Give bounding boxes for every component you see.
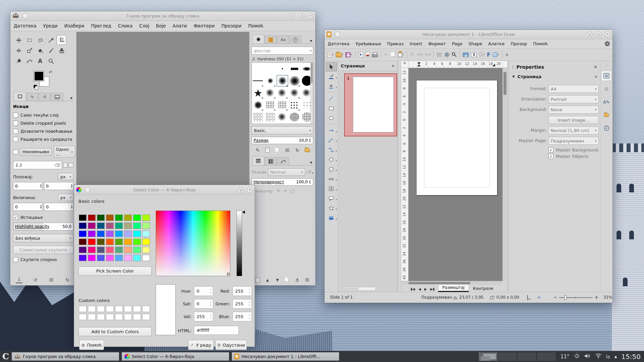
app-menu-icon[interactable]: C bbox=[0, 351, 11, 362]
layer-opacity-slider[interactable]: Непровидност 100,0▲▼ bbox=[252, 178, 313, 186]
brush-cell-splat[interactable] bbox=[276, 111, 288, 123]
image-icon[interactable] bbox=[462, 50, 469, 59]
draw-tool-curve-icon[interactable]: ▾ bbox=[326, 135, 337, 145]
draw-minimize-button[interactable]: ⋁ bbox=[587, 32, 592, 37]
brush-cell-line[interactable] bbox=[252, 75, 264, 87]
basic-color-swatch[interactable] bbox=[97, 239, 104, 245]
custom-color-swatch[interactable] bbox=[88, 314, 95, 320]
highlight-opacity-slider[interactable]: Highlight opacity 50,0 bbox=[13, 223, 73, 231]
basic-color-swatch[interactable] bbox=[133, 231, 141, 237]
brush-cell-cells[interactable] bbox=[264, 111, 276, 123]
gimp-menu-Прозори[interactable]: Прозори bbox=[218, 23, 245, 28]
draw-tool-rect-icon[interactable] bbox=[326, 104, 337, 113]
basic-color-swatch[interactable] bbox=[124, 223, 131, 229]
value-slider[interactable] bbox=[236, 210, 242, 276]
deck-handle-icon[interactable]: ⁞ bbox=[512, 64, 514, 70]
tab-tool-options[interactable] bbox=[14, 92, 26, 101]
duplicate-brush-icon[interactable] bbox=[274, 147, 281, 154]
draw-tool-linecolor-icon[interactable]: ▾ bbox=[326, 72, 337, 81]
brush-cell-star[interactable]: ★ bbox=[252, 87, 264, 99]
portrait-icon[interactable] bbox=[63, 163, 67, 168]
fixed-button[interactable]: Неизмењиво bbox=[20, 148, 52, 156]
master-page-combo[interactable]: Подразумеван▾ bbox=[548, 137, 599, 145]
basic-color-swatch[interactable] bbox=[106, 239, 113, 245]
basic-color-swatch[interactable] bbox=[143, 255, 150, 261]
brush-cell-empty[interactable] bbox=[252, 63, 264, 75]
draw-menu-Shape[interactable]: Shape bbox=[466, 41, 485, 46]
insert-image-button[interactable]: Insert Image... bbox=[548, 116, 599, 124]
checkbox-expand-from-center[interactable] bbox=[13, 137, 18, 142]
draw-menu-Помоћ[interactable]: Помоћ bbox=[530, 41, 551, 46]
size-y-spinbox[interactable]: 0▲▼ bbox=[44, 203, 73, 211]
hue-saturation-gradient[interactable] bbox=[156, 210, 230, 276]
color-dialog-menu-button[interactable] bbox=[85, 187, 91, 193]
guides-combo[interactable]: Без вођица▾ bbox=[13, 234, 73, 242]
custom-color-swatch[interactable] bbox=[79, 314, 86, 320]
taskbar-item-color-dialog[interactable]: Select Color — К-бирач-боја bbox=[121, 352, 229, 361]
tool-paintbrush-icon[interactable] bbox=[46, 46, 56, 55]
draw-tool-arrowline-icon[interactable]: ▾ bbox=[326, 126, 337, 135]
next-page-icon[interactable]: ▶ bbox=[424, 287, 427, 291]
workspace-2[interactable] bbox=[498, 352, 517, 361]
gimp-titlebar[interactable]: Гнуов програм за обраду слика ⋁ ⋀ ✕ bbox=[10, 11, 315, 21]
sidebar-tab-gallery[interactable] bbox=[601, 110, 611, 120]
gimp-close-button[interactable]: ✕ bbox=[308, 13, 313, 19]
restore-tool-preset-icon[interactable]: ↺ bbox=[32, 277, 39, 283]
open-brush-icon[interactable] bbox=[304, 147, 311, 154]
position-x-spinbox[interactable]: 0▲▼ bbox=[13, 182, 43, 190]
color-dialog-shade-button[interactable]: ⋁ bbox=[238, 187, 244, 193]
tool-smudge-icon[interactable] bbox=[14, 56, 23, 66]
tab-layout[interactable]: Размештај bbox=[438, 284, 469, 292]
background-combo[interactable]: None▾ bbox=[548, 106, 599, 114]
basic-color-swatch[interactable] bbox=[97, 231, 104, 237]
basic-color-swatch[interactable] bbox=[79, 223, 86, 229]
basic-color-swatch[interactable] bbox=[133, 223, 141, 229]
sidebar-tab-shapes[interactable]: ◇ bbox=[601, 84, 611, 94]
weather-sun-icon[interactable] bbox=[574, 353, 580, 360]
basic-color-swatch[interactable] bbox=[106, 215, 113, 221]
basic-color-swatch[interactable] bbox=[88, 215, 95, 221]
checkbox-master-objects[interactable]: ✓ bbox=[548, 154, 553, 159]
highlight-row[interactable]: ✓Истицање bbox=[13, 215, 73, 220]
draw-menu-Приказ[interactable]: Приказ bbox=[384, 41, 407, 46]
redo-icon[interactable]: ↻▾ bbox=[424, 50, 431, 59]
document-page[interactable] bbox=[416, 80, 497, 195]
red-spinbox[interactable]: 255∧∨ bbox=[232, 286, 252, 296]
swap-colors-icon[interactable]: ⇄ bbox=[49, 70, 52, 74]
brush-filter-input[interactable]: филтер▾ bbox=[252, 47, 313, 55]
checkbox-highlight[interactable]: ✓ bbox=[13, 215, 18, 220]
tab-brushes[interactable] bbox=[252, 35, 264, 44]
left-margin-marker[interactable] bbox=[417, 62, 421, 64]
anchor-layer-icon[interactable]: ⚓ bbox=[294, 277, 301, 283]
refresh-brushes-icon[interactable]: ↻ bbox=[294, 147, 301, 154]
custom-color-swatch[interactable] bbox=[115, 306, 122, 312]
zoom-slider-handle[interactable] bbox=[564, 295, 567, 300]
gimp-menu-Изабери[interactable]: Изабери bbox=[61, 23, 88, 28]
new-icon[interactable]: ▾ bbox=[327, 50, 334, 59]
pages-panel-scrollbar[interactable] bbox=[339, 287, 376, 291]
gimp-window-menu-button[interactable] bbox=[22, 13, 28, 19]
brush-cell-noise[interactable] bbox=[288, 111, 301, 123]
workspace-3[interactable] bbox=[517, 352, 537, 361]
duplicate-layer-icon[interactable] bbox=[284, 277, 291, 283]
basic-color-swatch[interactable] bbox=[88, 223, 95, 229]
html-input[interactable]: #ffffff bbox=[194, 326, 239, 335]
checkbox-delete-cropped-pixels[interactable] bbox=[13, 121, 18, 126]
color-dialog-close-button[interactable]: ✕ bbox=[247, 187, 253, 193]
tool-paths-icon[interactable] bbox=[24, 56, 34, 66]
checkbox-master-background[interactable]: ✓ bbox=[548, 147, 553, 153]
tray-expand-icon[interactable]: ▲ bbox=[614, 355, 617, 358]
close-document-icon[interactable]: ✕ bbox=[605, 41, 610, 46]
tool-rectangle-select-icon[interactable] bbox=[24, 35, 34, 45]
tool-fuzzy-select-icon[interactable] bbox=[46, 35, 56, 45]
document-modified-icon[interactable] bbox=[527, 295, 528, 300]
brush-spacing-slider[interactable]: Размак 10,0▲▼ bbox=[252, 137, 313, 144]
checkbox-shrink-merged[interactable] bbox=[13, 257, 18, 262]
basic-color-swatch[interactable] bbox=[79, 231, 86, 237]
add-custom-colors-button[interactable]: Add to Custom Colors bbox=[78, 327, 152, 336]
pages-panel-close-icon[interactable]: ✕ bbox=[391, 64, 395, 68]
shrink-merged-row[interactable]: Скупите спојено bbox=[13, 257, 73, 262]
clear-icon[interactable]: ⌫ bbox=[54, 163, 60, 168]
gimp-menu-Помоћ[interactable]: Помоћ bbox=[245, 23, 267, 28]
layer-mode-combo[interactable]: Normal▾ bbox=[268, 168, 305, 176]
